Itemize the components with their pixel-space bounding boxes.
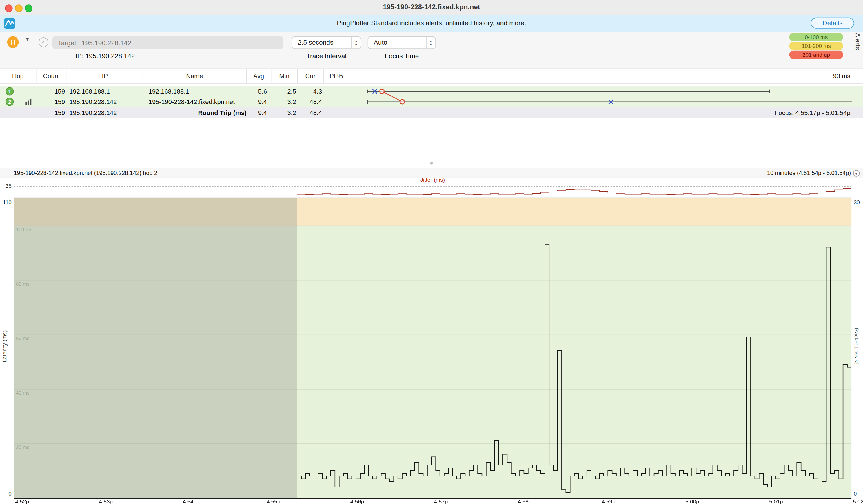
jitter-trace	[14, 178, 851, 197]
ip-cell: 195.190.228.142	[69, 107, 142, 118]
trace-interval-stepper[interactable]: ▲▼	[351, 37, 361, 48]
latency-trace	[14, 198, 851, 498]
focus-time-label: Focus Time	[368, 52, 436, 60]
y-max-label: 110	[0, 199, 12, 205]
trace-interval-select[interactable]: 2.5 seconds ▲▼	[292, 36, 361, 49]
packet-loss-axis-title: Packet Loss %	[853, 322, 860, 371]
avg-cell: 5.6	[246, 86, 267, 97]
focus-range-label: Focus: 4:55:17p - 5:01:54p	[775, 107, 850, 118]
col-cur[interactable]: Cur	[298, 68, 323, 83]
y-axis-title: Latency (ms)	[1, 322, 8, 371]
alerts-side-tab[interactable]: Alerts.	[855, 33, 862, 52]
current-marker-icon	[380, 89, 384, 93]
count-cell: 159	[36, 86, 65, 97]
name-cell: 195-190-228-142.fixed.kpn.net	[149, 97, 246, 107]
chevron-down-icon[interactable]: ▾	[853, 170, 860, 176]
timeline-graph-panel: 195-190-228-142.fixed.kpn.net (195.190.2…	[0, 168, 863, 504]
chevron-down-icon[interactable]: ▾	[26, 35, 29, 42]
avg-cell: 9.4	[246, 107, 267, 118]
legend-101-200ms: 101-200 ms	[789, 42, 843, 50]
round-trip-label: Round Trip (ms)	[141, 107, 247, 118]
col-ip[interactable]: IP	[67, 68, 143, 83]
cur-cell: 4.3	[297, 86, 322, 97]
min-cell: 2.5	[271, 86, 296, 97]
round-trip-row: 159 195.190.228.142 Round Trip (ms) 9.4 …	[0, 107, 863, 118]
trace-interval-value: 2.5 seconds	[292, 37, 351, 48]
x-axis-labels: 4:52p4:53p4:54p4:55p4:56p4:57p4:58p4:59p…	[14, 499, 851, 504]
pane-resize-handle[interactable]	[430, 162, 433, 164]
min-cell: 3.2	[271, 107, 296, 118]
current-latency-connector	[382, 91, 402, 102]
trace-interval-label: Trace Interval	[292, 52, 361, 60]
col-name[interactable]: Name	[143, 68, 247, 83]
count-cell: 159	[36, 107, 65, 118]
banner-text: PingPlotter Standard includes alerts, un…	[0, 15, 863, 32]
ip-cell: 195.190.228.142	[69, 97, 142, 107]
name-cell: 192.168.188.1	[149, 86, 246, 97]
col-pl[interactable]: PL%	[324, 68, 350, 83]
legend-201-up: 201 and up	[789, 51, 843, 59]
window-title: 195-190-228-142.fixed.kpn.net	[0, 0, 863, 15]
pingplotter-window: 195-190-228-142.fixed.kpn.net PingPlotte…	[0, 0, 863, 504]
hop-number-badge: 1	[5, 87, 14, 95]
graphed-hop-icon[interactable]	[25, 99, 31, 105]
focus-time-value: Auto	[368, 37, 426, 48]
ip-label: IP: 195.190.228.142	[75, 52, 135, 60]
hop-number-badge: 2	[5, 98, 14, 106]
graph-time-range[interactable]: 10 minutes (4:51:54p - 5:01:54p)	[767, 168, 851, 178]
toolbar: ▾ ✓ IP: 195.190.228.142 2.5 seconds ▲▼ T…	[0, 32, 863, 68]
jitter-graph: Jitter (ms)	[14, 178, 851, 197]
col-count[interactable]: Count	[36, 68, 67, 83]
details-button[interactable]: Details	[811, 18, 854, 29]
check-circle-icon[interactable]: ✓	[39, 37, 48, 47]
jitter-max-label: 35	[0, 183, 12, 189]
legend-0-100ms: 0-100 ms	[789, 33, 843, 41]
ip-cell: 192.168.188.1	[69, 86, 142, 97]
pause-button[interactable]	[7, 36, 19, 48]
pl-max-label: 30	[854, 199, 860, 205]
title-bar: 195-190-228-142.fixed.kpn.net	[0, 0, 863, 15]
col-min[interactable]: Min	[271, 68, 298, 83]
hop-table-header: Hop Count IP Name Avg Min Cur PL% 93 ms	[0, 68, 863, 84]
target-input[interactable]	[52, 36, 284, 49]
col-hop[interactable]: Hop	[0, 68, 36, 83]
count-cell: 159	[36, 97, 65, 107]
current-marker-icon	[400, 100, 404, 104]
latency-plot[interactable]: 100 ms80 ms60 ms40 ms20 ms	[14, 198, 851, 499]
focus-time-stepper[interactable]: ▲▼	[426, 37, 435, 48]
col-avg[interactable]: Avg	[247, 68, 271, 83]
focus-time-select[interactable]: Auto ▲▼	[368, 36, 436, 49]
avg-cell: 9.4	[246, 97, 267, 107]
cur-cell: 48.4	[297, 107, 322, 118]
min-cell: 3.2	[271, 97, 296, 107]
y-min-label: 0	[0, 491, 12, 497]
timeline-scale-label: 93 ms	[833, 68, 850, 83]
pl-min-label: 0	[854, 491, 857, 497]
graph-title: 195-190-228-142.fixed.kpn.net (195.190.2…	[14, 168, 157, 178]
upgrade-banner: PingPlotter Standard includes alerts, un…	[0, 15, 863, 32]
cur-cell: 48.4	[297, 97, 322, 107]
